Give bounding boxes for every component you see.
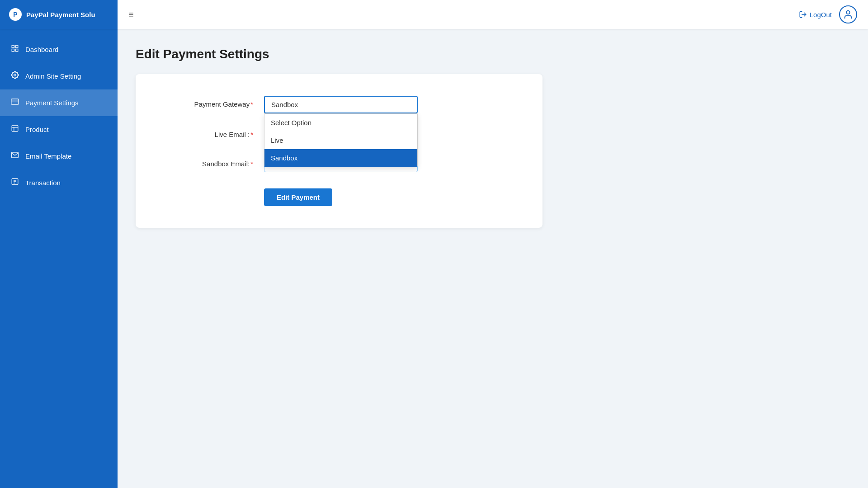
- header: P PayPal Payment Solu ≡ LogOut: [0, 0, 868, 29]
- form-card: Payment Gateway* Sandbox Select Option L…: [136, 74, 542, 228]
- required-star: *: [250, 100, 253, 108]
- required-star-3: *: [250, 160, 253, 168]
- sidebar-label-email-template: Email Template: [25, 152, 71, 160]
- svg-rect-9: [12, 125, 18, 131]
- sidebar-item-payment-settings[interactable]: Payment Settings: [0, 89, 118, 116]
- dropdown-menu: Select Option Live Sandbox: [264, 113, 418, 167]
- required-star-2: *: [250, 131, 253, 138]
- hamburger-button[interactable]: ≡: [125, 6, 137, 23]
- sidebar-label-admin-site-setting: Admin Site Setting: [25, 72, 81, 80]
- sidebar-label-transaction: Transaction: [25, 179, 61, 187]
- live-email-label: Live Email :*: [172, 126, 253, 138]
- dropdown-option-select[interactable]: Select Option: [264, 114, 417, 131]
- edit-payment-button[interactable]: Edit Payment: [264, 188, 332, 206]
- svg-rect-7: [11, 99, 19, 104]
- sandbox-email-label: Sandbox Email:*: [172, 155, 253, 168]
- svg-point-1: [846, 11, 849, 14]
- layout: Dashboard Admin Site Setting Payment Set…: [0, 29, 868, 488]
- avatar[interactable]: [839, 5, 857, 23]
- svg-rect-5: [12, 49, 14, 52]
- sidebar-logo: P PayPal Payment Solu: [0, 0, 118, 29]
- sidebar-item-product[interactable]: Product: [0, 116, 118, 143]
- credit-card-icon: [11, 98, 19, 108]
- svg-rect-3: [16, 45, 18, 47]
- dashboard-icon: [11, 44, 19, 55]
- sidebar-label-dashboard: Dashboard: [25, 46, 58, 53]
- header-right: LogOut: [799, 5, 857, 23]
- logout-icon: [799, 10, 807, 19]
- sidebar-label-payment-settings: Payment Settings: [25, 99, 79, 107]
- payment-gateway-dropdown[interactable]: Sandbox Select Option Live Sandbox: [264, 96, 418, 113]
- product-icon: [11, 124, 19, 135]
- header-left: P PayPal Payment Solu ≡: [0, 0, 137, 29]
- transaction-icon: [11, 178, 19, 188]
- dropdown-option-live[interactable]: Live: [264, 131, 417, 149]
- logout-label: LogOut: [810, 11, 832, 19]
- email-icon: [11, 151, 19, 161]
- paypal-icon: P: [9, 8, 22, 21]
- logout-button[interactable]: LogOut: [799, 10, 832, 19]
- svg-rect-2: [12, 45, 14, 47]
- sidebar-label-product: Product: [25, 126, 49, 133]
- user-icon: [843, 9, 853, 19]
- sidebar: Dashboard Admin Site Setting Payment Set…: [0, 29, 118, 488]
- payment-gateway-row: Payment Gateway* Sandbox Select Option L…: [172, 96, 506, 113]
- svg-point-6: [14, 74, 16, 76]
- form-actions: Edit Payment: [172, 185, 506, 206]
- main-content: Edit Payment Settings Payment Gateway* S…: [118, 29, 868, 488]
- sidebar-item-email-template[interactable]: Email Template: [0, 143, 118, 169]
- app-title: PayPal Payment Solu: [26, 11, 95, 19]
- page-title: Edit Payment Settings: [136, 47, 850, 61]
- sidebar-item-dashboard[interactable]: Dashboard: [0, 36, 118, 63]
- svg-rect-4: [16, 49, 18, 52]
- sidebar-item-admin-site-setting[interactable]: Admin Site Setting: [0, 63, 118, 89]
- dropdown-selected[interactable]: Sandbox: [264, 96, 418, 113]
- dropdown-option-sandbox[interactable]: Sandbox: [264, 149, 417, 167]
- payment-gateway-label: Payment Gateway*: [172, 96, 253, 108]
- gear-icon: [11, 71, 19, 81]
- sidebar-item-transaction[interactable]: Transaction: [0, 169, 118, 196]
- hamburger-icon: ≡: [128, 9, 134, 20]
